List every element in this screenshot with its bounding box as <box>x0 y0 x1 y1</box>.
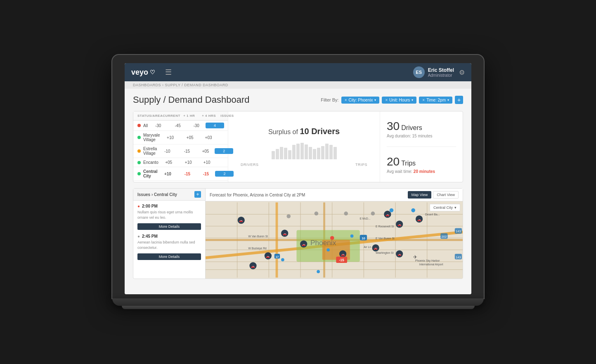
th-1hr: + 1 HR <box>183 114 202 118</box>
avatar: ES <box>413 66 425 78</box>
svg-point-68 <box>317 270 320 273</box>
hamburger-icon[interactable]: ☰ <box>165 68 172 77</box>
map-view-button[interactable]: Map View <box>408 191 431 199</box>
svg-text:143: 143 <box>456 229 461 233</box>
svg-text:🚗: 🚗 <box>283 232 287 236</box>
gear-icon[interactable]: ⚙ <box>459 69 465 76</box>
th-4hrs: + 4 HRS <box>202 114 220 118</box>
map-header: Forecast for Phoenix, Arizona in Central… <box>206 189 463 201</box>
bottom-grid: Issues › Central City + ● 2:00 PM Nullam <box>133 188 463 279</box>
bar-chart-bar <box>325 144 329 159</box>
svg-point-74 <box>411 208 415 213</box>
laptop-base <box>112 298 484 306</box>
surplus-value: 10 Drivers <box>300 127 340 136</box>
hr4-val: +03 <box>199 135 218 140</box>
bar-chart-bar <box>292 145 296 159</box>
hr1-val: +10 <box>179 160 198 165</box>
more-details-button[interactable]: More Details <box>137 223 201 230</box>
filter-chip-time-label: Time: 2pm <box>426 98 446 102</box>
filter-chip-city-arrow[interactable]: ▾ <box>374 98 376 102</box>
th-area: STATUS/AREA <box>137 114 163 118</box>
current-val: -30 <box>148 123 168 128</box>
area-cell: Estrella Village <box>137 147 157 156</box>
table-row[interactable]: Central City +10 -15 -15 2 <box>133 167 228 181</box>
filter-chip-unit[interactable]: × Unit: Hours ▾ <box>382 97 416 104</box>
svg-text:🚗: 🚗 <box>417 217 421 222</box>
svg-text:🚗: 🚗 <box>374 246 378 251</box>
bar-chart-bar <box>300 143 304 159</box>
filter-add-button[interactable]: + <box>455 96 463 104</box>
svg-text:143: 143 <box>456 255 461 259</box>
bar-chart-bar <box>309 147 312 159</box>
svg-text:17: 17 <box>276 255 279 258</box>
bar-chart-bar <box>317 148 320 159</box>
svg-text:🚗: 🚗 <box>239 218 243 222</box>
breadcrumb-dashboards[interactable]: DASHBOARDS <box>133 83 161 87</box>
svg-text:🚗: 🚗 <box>397 222 402 227</box>
issue-time: ● 2:00 PM <box>137 204 201 208</box>
svg-text:E McD...: E McD... <box>360 217 371 220</box>
hr4-val: -30 <box>187 123 206 128</box>
trips-label: TRIPS <box>355 163 367 167</box>
svg-text:-15: -15 <box>339 258 344 262</box>
current-val: +05 <box>158 160 179 165</box>
hr4-val: -15 <box>196 172 215 176</box>
breadcrumb-current: SUPPLY / DEMAND DASHBOARD <box>165 83 228 87</box>
bar-chart-bar <box>321 146 324 159</box>
svg-point-66 <box>350 234 354 238</box>
svg-text:✈: ✈ <box>413 255 417 260</box>
map-container: W Van Buren St W Buckeye Rd E Roosevelt … <box>206 201 463 279</box>
user-role: Administrator <box>428 73 454 78</box>
svg-text:Phoenix Sky Harbor: Phoenix Sky Harbor <box>415 259 440 262</box>
bar-chart-bar <box>333 147 337 159</box>
table-row[interactable]: All -30 -45 -30 4 <box>133 121 228 131</box>
bar-chart-bar <box>284 148 287 159</box>
filter-chip-time-x[interactable]: × <box>422 98 425 102</box>
area-name: Encanto <box>143 160 158 165</box>
svg-text:Desert Ba...: Desert Ba... <box>425 213 440 216</box>
table-row[interactable]: Maryvale Village +10 +05 +03 <box>133 131 228 144</box>
area-name: Central City <box>143 169 157 178</box>
bar-chart-bar <box>272 151 275 159</box>
svg-text:E Van Buren St: E Van Buren St <box>376 237 395 240</box>
filter-chip-unit-x[interactable]: × <box>385 98 388 102</box>
area-name: All <box>143 123 148 128</box>
map-dropdown-arrow: ▾ <box>454 206 456 210</box>
user-details: Eric Stoffel Administrator <box>428 67 454 78</box>
topbar: veyo ♡ ☰ ES Eric Stoffel Administrator ⚙ <box>125 63 471 81</box>
map-svg: W Van Buren St W Buckeye Rd E Roosevelt … <box>206 201 463 279</box>
hr4-val: +10 <box>198 160 216 165</box>
filter-chip-unit-arrow[interactable]: ▾ <box>412 98 413 102</box>
chart-view-button[interactable]: Chart View <box>433 191 459 199</box>
bar-chart-bar <box>296 144 300 159</box>
user-name: Eric Stoffel <box>428 67 454 73</box>
filter-chip-city[interactable]: × City: Phoenix ▾ <box>341 97 380 104</box>
drivers-sub: Avg duration: 15 minutes <box>387 134 456 138</box>
issue-desc: Nullam quis risus eget urna mollis ornar… <box>137 210 201 220</box>
issues-badge[interactable]: 4 <box>206 123 224 128</box>
hr1-val: -15 <box>177 149 196 154</box>
table-header: STATUS/AREA CURRENT + 1 HR + 4 HRS ISSUE… <box>133 111 228 121</box>
stat-divider <box>387 147 456 147</box>
logo-text: veyo <box>131 68 148 77</box>
forecast-title: Forecast for Phoenix, Arizona in Central… <box>210 193 305 197</box>
map-dropdown[interactable]: Central City ▾ <box>430 204 460 211</box>
issues-title: Issues › Central City <box>137 192 177 197</box>
trips-sub: Avg wait time: 20 minutes <box>387 169 456 174</box>
table-row[interactable]: Encanto +05 +10 +10 <box>133 158 228 167</box>
svg-text:🚗: 🚗 <box>251 264 255 268</box>
filter-chip-time-arrow[interactable]: ▾ <box>447 98 449 102</box>
svg-text:🚗: 🚗 <box>341 252 345 256</box>
filter-chip-time[interactable]: × Time: 2pm ▾ <box>419 97 452 104</box>
status-dot-orange <box>137 149 141 153</box>
filter-chip-city-x[interactable]: × <box>345 98 347 102</box>
trips-wait-time: 20 minutes <box>414 169 435 174</box>
th-current: CURRENT <box>163 114 183 118</box>
topbar-right: ES Eric Stoffel Administrator ⚙ <box>413 66 465 78</box>
svg-text:W Buckeye Rd: W Buckeye Rd <box>248 247 267 250</box>
svg-text:E Roosevelt St: E Roosevelt St <box>376 225 394 228</box>
more-details-button[interactable]: More Details <box>137 253 201 260</box>
table-row[interactable]: Estrella Village -10 -15 +05 2 <box>133 144 228 158</box>
svg-text:Air Ln: Air Ln <box>364 246 371 248</box>
issues-add-button[interactable]: + <box>194 191 201 198</box>
